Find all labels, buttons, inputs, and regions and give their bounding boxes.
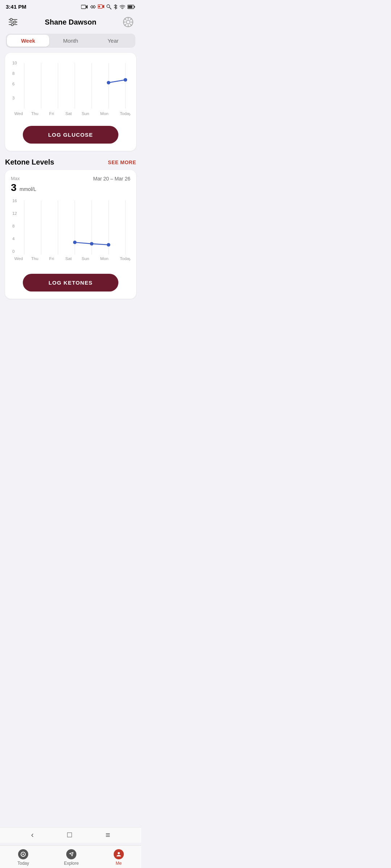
y-label-16: 16 (12, 198, 17, 203)
wifi-icon (119, 5, 125, 9)
y-label-0: 0 (12, 249, 15, 254)
settings-icon (123, 17, 134, 27)
svg-marker-1 (86, 5, 88, 9)
svg-line-24 (125, 19, 126, 20)
segment-control: Week Month Year (6, 34, 135, 48)
ketone-point-sun (90, 242, 93, 246)
svg-line-27 (125, 24, 126, 26)
kx-label-mon: Mon (100, 256, 109, 261)
segment-month[interactable]: Month (49, 35, 92, 47)
y-label-3: 3 (12, 95, 14, 100)
svg-point-3 (98, 5, 100, 7)
filter-icon (8, 18, 18, 26)
svg-line-43 (75, 242, 92, 244)
battery-icon (127, 5, 135, 9)
svg-line-44 (92, 244, 109, 245)
kx-label-sun: Sun (81, 256, 89, 261)
kx-label-wed: Wed (14, 256, 23, 261)
key-icon (106, 4, 112, 9)
svg-point-19 (126, 20, 130, 24)
ketone-card: Max 3 mmol/L Mar 20 – Mar 26 16 12 8 4 0 (5, 170, 136, 299)
svg-rect-11 (128, 5, 133, 8)
y-label-4: 4 (12, 236, 15, 241)
settings-button[interactable] (122, 16, 135, 29)
log-glucose-button[interactable]: LOG GLUCOSE (23, 126, 118, 144)
ketone-point-mon (107, 243, 110, 247)
glucose-card: 10 8 6 3 Wed Thu Fri Sat Sun Mo (5, 53, 136, 151)
kx-label-fri: Fri (49, 256, 54, 261)
ketone-max-value: 3 (11, 182, 17, 193)
svg-point-15 (10, 18, 12, 21)
ketone-title: Ketone Levels (5, 158, 54, 166)
segment-week[interactable]: Week (7, 35, 49, 47)
status-icons (81, 4, 135, 9)
status-time: 3:41 PM (6, 4, 26, 10)
ketone-chart: 16 12 8 4 0 Wed Thu Fri (11, 196, 130, 268)
kx-label-today: Today (120, 256, 130, 261)
status-bar: 3:41 PM (0, 0, 141, 12)
svg-marker-4 (102, 5, 104, 8)
record-icon (98, 4, 104, 9)
x-label-mon: Mon (100, 111, 109, 116)
glucose-chart: 10 8 6 3 Wed Thu Fri Sat Sun Mo (11, 59, 130, 120)
glucose-point-mon (107, 81, 110, 85)
y-label-8: 8 (12, 224, 14, 228)
y-label-12: 12 (12, 211, 17, 216)
x-label-wed: Wed (14, 111, 23, 116)
ketone-see-more[interactable]: SEE MORE (108, 159, 136, 165)
y-label-10: 10 (12, 60, 17, 65)
y-label-6: 6 (12, 81, 14, 86)
header-title: Shane Dawson (45, 18, 96, 26)
header: Shane Dawson (0, 12, 141, 34)
segment-year[interactable]: Year (92, 35, 134, 47)
x-label-sat: Sat (65, 111, 72, 116)
ketone-section-header: Ketone Levels SEE MORE (5, 158, 136, 166)
svg-point-16 (14, 21, 16, 23)
x-label-sun: Sun (81, 111, 89, 116)
x-label-fri: Fri (49, 111, 54, 116)
filter-button[interactable] (7, 16, 20, 29)
ketone-max-label: Max (11, 176, 36, 181)
svg-point-5 (107, 5, 110, 8)
svg-line-26 (130, 19, 132, 20)
svg-rect-0 (81, 5, 86, 9)
y-label-8: 8 (12, 71, 14, 76)
log-ketones-button[interactable]: LOG KETONES (23, 274, 118, 292)
x-label-thu: Thu (31, 111, 38, 116)
svg-rect-10 (134, 6, 135, 8)
x-label-today: Today (120, 111, 130, 116)
kx-label-sat: Sat (65, 256, 72, 261)
svg-point-17 (11, 24, 13, 26)
ketone-unit: mmol/L (20, 186, 36, 192)
kx-label-thu: Thu (31, 256, 38, 261)
ketone-point-sat (73, 241, 77, 244)
glucose-point-today (124, 78, 127, 82)
mirror-icon (90, 4, 96, 9)
bluetooth-icon (114, 4, 117, 9)
svg-point-8 (122, 8, 123, 9)
camera-icon (81, 4, 88, 9)
svg-line-35 (109, 80, 126, 83)
svg-line-25 (130, 24, 132, 26)
